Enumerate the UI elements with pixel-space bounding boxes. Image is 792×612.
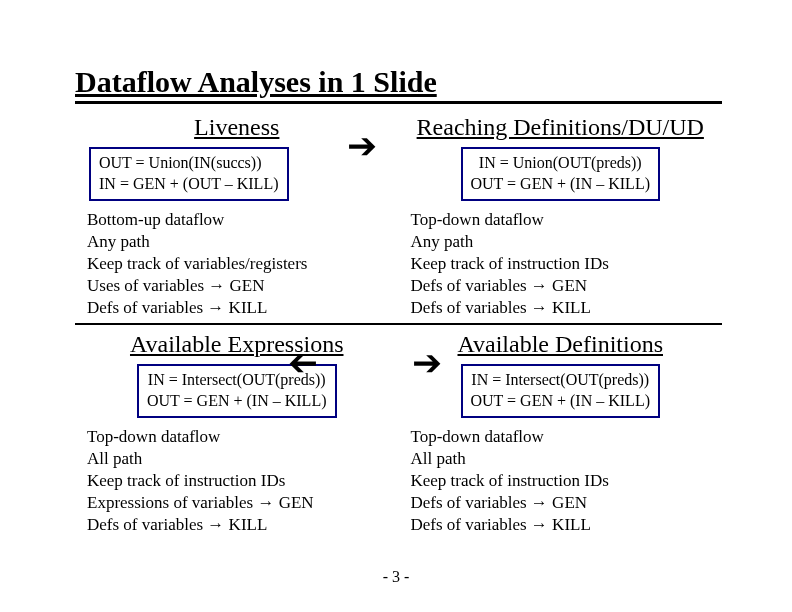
mid-divider <box>75 323 722 325</box>
avexpr-d3: Keep track of instruction IDs <box>87 470 395 492</box>
reaching-desc: Top-down dataflow Any path Keep track of… <box>403 209 719 319</box>
avdef-d5: Defs of variables → KILL <box>411 514 719 536</box>
avdef-title: Available Definitions <box>403 331 719 358</box>
avdef-d4: Defs of variables → GEN <box>411 492 719 514</box>
avexpr-desc: Top-down dataflow All path Keep track of… <box>79 426 395 536</box>
reaching-d4: Defs of variables → GEN <box>411 275 719 297</box>
liveness-d2: Any path <box>87 231 395 253</box>
reaching-eq1: IN = Union(OUT(preds)) <box>471 153 651 174</box>
quad-avdef: Available Definitions IN = Intersect(OUT… <box>399 331 723 536</box>
reaching-title: Reaching Definitions/DU/UD <box>403 114 719 141</box>
liveness-d5: Defs of variables → KILL <box>87 297 395 319</box>
avexpr-eq2: OUT = GEN + (IN – KILL) <box>147 391 327 412</box>
avexpr-title: Available Expressions <box>79 331 395 358</box>
liveness-eq2: IN = GEN + (OUT – KILL) <box>99 174 279 195</box>
liveness-eq1: OUT = Union(IN(succs)) <box>99 153 279 174</box>
quad-reaching: Reaching Definitions/DU/UD IN = Union(OU… <box>399 114 723 319</box>
avdef-d2: All path <box>411 448 719 470</box>
arrow-right-icon: ➔ <box>347 128 377 164</box>
liveness-d4: Uses of variables → GEN <box>87 275 395 297</box>
avexpr-d5: Defs of variables → KILL <box>87 514 395 536</box>
avdef-d3: Keep track of instruction IDs <box>411 470 719 492</box>
avexpr-d4: Expressions of variables → GEN <box>87 492 395 514</box>
reaching-eq2: OUT = GEN + (IN – KILL) <box>471 174 651 195</box>
reaching-d1: Top-down dataflow <box>411 209 719 231</box>
reaching-d2: Any path <box>411 231 719 253</box>
liveness-d1: Bottom-up dataflow <box>87 209 395 231</box>
avexpr-d1: Top-down dataflow <box>87 426 395 448</box>
reaching-d3: Keep track of instruction IDs <box>411 253 719 275</box>
avdef-desc: Top-down dataflow All path Keep track of… <box>403 426 719 536</box>
liveness-equations: OUT = Union(IN(succs)) IN = GEN + (OUT –… <box>89 147 289 201</box>
arrow-right-icon: ➔ <box>412 345 442 381</box>
page-number: - 3 - <box>0 568 792 586</box>
avdef-eq2: OUT = GEN + (IN – KILL) <box>471 391 651 412</box>
reaching-equations: IN = Union(OUT(preds)) OUT = GEN + (IN –… <box>461 147 661 201</box>
page-title: Dataflow Analyses in 1 Slide <box>75 65 722 99</box>
content-grid: Liveness OUT = Union(IN(succs)) IN = GEN… <box>75 114 722 536</box>
avdef-equations: IN = Intersect(OUT(preds)) OUT = GEN + (… <box>461 364 661 418</box>
reaching-d5: Defs of variables → KILL <box>411 297 719 319</box>
liveness-desc: Bottom-up dataflow Any path Keep track o… <box>79 209 395 319</box>
avexpr-d2: All path <box>87 448 395 470</box>
arrow-left-icon: ➔ <box>288 345 318 381</box>
avdef-d1: Top-down dataflow <box>411 426 719 448</box>
avdef-eq1: IN = Intersect(OUT(preds)) <box>471 370 651 391</box>
title-divider <box>75 101 722 104</box>
quad-avexpr: Available Expressions IN = Intersect(OUT… <box>75 331 399 536</box>
liveness-d3: Keep track of variables/registers <box>87 253 395 275</box>
